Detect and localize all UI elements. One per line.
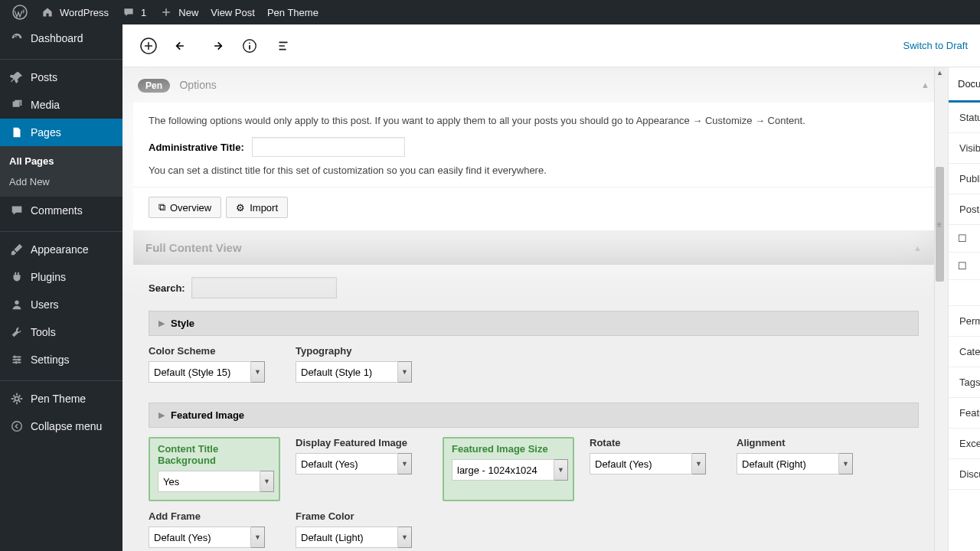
sidebar-item-media[interactable]: Media (0, 91, 122, 119)
redo-button[interactable] (202, 32, 230, 60)
svg-rect-13 (249, 45, 250, 50)
import-button[interactable]: ⚙Import (226, 197, 288, 218)
gear-icon: ⚙ (236, 202, 245, 214)
field-content-title-bg: Content Title Background Yes▼ (149, 437, 280, 501)
pen-description: The following options would only apply t… (149, 115, 919, 126)
dropdown-icon: ▼ (251, 361, 265, 383)
dropdown-icon: ▼ (692, 453, 706, 474)
doc-section[interactable]: Post (949, 194, 980, 225)
wordpress-icon (12, 5, 28, 20)
sidebar-sub-all-pages[interactable]: All Pages (0, 151, 122, 171)
field-rotate: Rotate Default (Yes)▼ (590, 437, 737, 501)
doc-section[interactable]: Status (949, 103, 980, 133)
doc-section[interactable]: Visibility (949, 133, 980, 164)
section-featured-image[interactable]: ▶ Featured Image (149, 403, 919, 428)
brush-icon (9, 242, 24, 257)
new-link[interactable]: New (152, 0, 204, 24)
section-style[interactable]: ▶ Style (149, 311, 919, 336)
svg-rect-2 (13, 359, 21, 360)
admin-title-help: You can set a distinct title for this se… (149, 165, 919, 176)
undo-button[interactable] (168, 32, 196, 60)
document-tab[interactable]: Document (949, 67, 980, 103)
collapse-toggle-icon[interactable]: ▲ (913, 243, 922, 253)
sidebar-item-users[interactable]: Users (0, 291, 122, 318)
sidebar-item-settings[interactable]: Settings (0, 346, 122, 373)
doc-section[interactable]: Publish (949, 164, 980, 194)
sidebar-item-appearance[interactable]: Appearance (0, 236, 122, 263)
scroll-up-icon[interactable]: ▲ (935, 67, 945, 78)
vertical-scrollbar[interactable]: ▲ ≡ (934, 67, 945, 551)
doc-section[interactable]: Categories (949, 337, 980, 367)
field-add-frame: Add Frame Default (Yes)▼ (149, 510, 296, 551)
pen-theme-link[interactable]: Pen Theme (261, 0, 325, 24)
dropdown-icon: ▼ (398, 527, 412, 548)
content-title-bg-select[interactable]: Yes (158, 471, 260, 492)
doc-section[interactable]: Permalink (949, 306, 980, 337)
comments-icon (9, 203, 24, 218)
svg-rect-6 (18, 358, 20, 361)
outline-button[interactable] (270, 32, 297, 60)
tools-icon (9, 324, 24, 340)
full-content-view-header[interactable]: Full Content View ▲ (133, 230, 934, 265)
sidebar-item-dashboard[interactable]: Dashboard (0, 24, 122, 52)
featured-size-select[interactable]: large - 1024x1024 (452, 459, 554, 481)
site-name-label: WordPress (60, 7, 109, 18)
switch-to-draft[interactable]: Switch to Draft (903, 40, 968, 51)
full-content-view-body: Search: ▶ Style Color Scheme Default (St… (133, 265, 934, 551)
doc-section[interactable]: Excerpt (949, 429, 980, 459)
overview-button[interactable]: ⧉Overview (149, 197, 221, 218)
pin-icon (9, 70, 24, 85)
doc-section[interactable]: Tags (949, 367, 980, 398)
sidebar-item-tools[interactable]: Tools (0, 318, 122, 346)
admin-bar: WordPress 1 New View Post Pen Theme (0, 0, 980, 24)
doc-checkbox[interactable]: ☐ (949, 253, 980, 280)
site-name[interactable]: WordPress (34, 0, 115, 24)
search-label: Search: (149, 282, 185, 294)
admin-sidebar: Dashboard Posts Media Pages All Pages Ad… (0, 24, 122, 551)
doc-checkbox[interactable]: ☐ (949, 225, 980, 253)
svg-point-1 (15, 301, 18, 305)
pen-options-header[interactable]: Pen Options ▲ (122, 67, 945, 103)
pen-badge: Pen (138, 79, 170, 93)
collapse-toggle-icon[interactable]: ▲ (921, 80, 929, 90)
plug-icon (9, 269, 24, 285)
sidebar-item-posts[interactable]: Posts (0, 64, 122, 91)
wp-logo[interactable] (6, 0, 34, 24)
svg-point-12 (249, 42, 250, 44)
sidebar-collapse[interactable]: Collapse menu (0, 412, 122, 440)
gear-icon (9, 352, 24, 367)
typography-select[interactable]: Default (Style 1) (296, 361, 398, 383)
color-scheme-select[interactable]: Default (Style 15) (149, 361, 251, 383)
rotate-select[interactable]: Default (Yes) (590, 453, 692, 474)
display-featured-select[interactable]: Default (Yes) (296, 453, 398, 474)
dropdown-icon: ▼ (554, 459, 568, 481)
editor-toolbar: Switch to Draft (122, 24, 980, 67)
view-post[interactable]: View Post (204, 0, 261, 24)
doc-section[interactable]: Discussion (949, 459, 980, 490)
doc-section[interactable]: Featured (949, 398, 980, 429)
dropdown-icon: ▼ (398, 453, 412, 474)
search-input[interactable] (191, 277, 337, 298)
add-frame-select[interactable]: Default (Yes) (149, 527, 251, 548)
document-sidebar: Document Status Visibility Publish Post … (948, 67, 980, 551)
pages-icon (9, 125, 24, 140)
collapse-icon (9, 419, 24, 434)
scroll-grip-icon: ≡ (937, 220, 942, 229)
frame-color-select[interactable]: Default (Light) (296, 527, 398, 548)
add-block-button[interactable] (135, 32, 162, 60)
home-icon (40, 5, 55, 20)
sidebar-item-plugins[interactable]: Plugins (0, 263, 122, 291)
alignment-select[interactable]: Default (Right) (737, 453, 839, 474)
admin-title-input[interactable] (252, 137, 405, 157)
doc-field[interactable] (949, 280, 980, 306)
sidebar-item-comments[interactable]: Comments (0, 197, 122, 224)
triangle-right-icon: ▶ (158, 318, 165, 328)
sidebar-item-pages[interactable]: Pages (0, 119, 122, 146)
field-alignment: Alignment Default (Right)▼ (737, 437, 884, 501)
comments-link[interactable]: 1 (115, 0, 152, 24)
triangle-right-icon: ▶ (158, 410, 165, 420)
sidebar-sub-add-new[interactable]: Add New (0, 171, 122, 192)
info-button[interactable] (236, 32, 263, 60)
user-icon (9, 297, 24, 312)
sidebar-item-pen-theme[interactable]: Pen Theme (0, 385, 122, 412)
